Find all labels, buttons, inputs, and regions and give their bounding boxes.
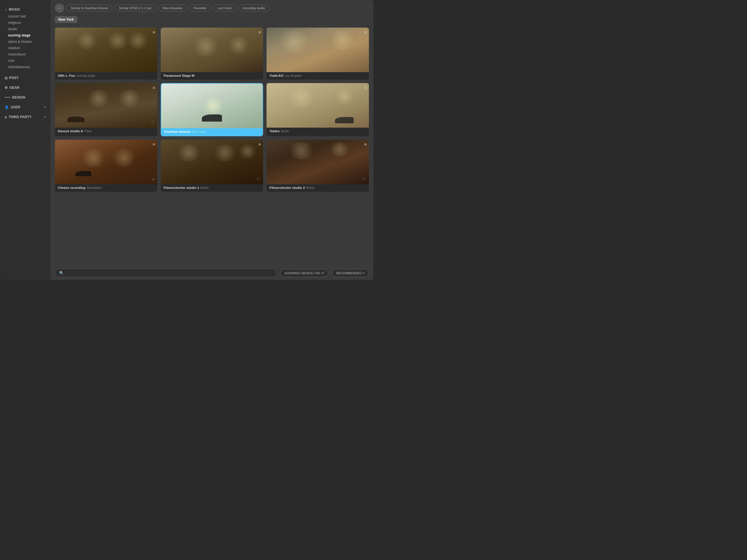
showing-default-irs-button[interactable]: SHOWING DEFAULT IRs ⇅	[280, 269, 328, 277]
sidebar-user-label: USER	[11, 105, 20, 109]
card-sub-teldex: Berlin	[281, 129, 289, 133]
card-label-paramount: Paramount Stage M	[161, 72, 263, 80]
card-heart-icon-filmo2[interactable]: ♡	[363, 177, 366, 181]
recommended-button[interactable]: RECOMMENDED ▾	[332, 269, 369, 277]
post-icon: ◎	[5, 76, 7, 80]
card-heart-icon-davout[interactable]: ♡	[151, 121, 154, 125]
filter-chip-last-used[interactable]: Last Used	[213, 5, 236, 11]
card-menu-icon-filmo2[interactable]: ≡	[364, 142, 367, 146]
user-icon: 👤	[5, 105, 9, 109]
sidebar-design-label: DESIGN	[12, 96, 25, 100]
thirdparty-arrow-icon: ▾	[44, 115, 46, 118]
sidebar-item-concert-hall[interactable]: concert hall	[0, 13, 50, 20]
card-sub-toddao: Los Angeles	[285, 74, 302, 77]
recommended-label: RECOMMENDED	[336, 271, 362, 275]
filter-bar: ← Similar to Kaufman Astoria Similar RT6…	[50, 0, 374, 15]
card-menu-icon-toddao[interactable]: ≡	[364, 30, 367, 34]
card-20thcfox[interactable]: ≡ 20th c. Fox scoring stage	[55, 28, 157, 80]
grid-scroll[interactable]: ≡ 20th c. Fox scoring stage ≡ Paramo	[50, 25, 374, 266]
card-image-teldex: ≡	[266, 83, 369, 128]
card-name-20thcfox: 20th c. Fox	[58, 74, 75, 77]
card-image-clinton: ≡ ↗	[55, 140, 157, 184]
card-clinton[interactable]: ≡ ↗ Clinton recording Manhattan	[55, 140, 157, 192]
sidebar-item-studio[interactable]: studio	[0, 26, 50, 32]
card-label-teldex: Teldex Berlin	[266, 128, 369, 135]
card-label-20thcfox: 20th c. Fox scoring stage	[55, 72, 157, 80]
card-filmo2[interactable]: ≡ ♡ Filmorchester studio 2 Berlin	[266, 140, 369, 192]
card-name-paramount: Paramount Stage M	[163, 74, 195, 77]
sidebar-item-scoring-stage[interactable]: scoring stage	[0, 32, 50, 38]
filter-chip-similar-rt60[interactable]: Similar RT60 of 1.2 sec	[115, 5, 156, 11]
sidebar-item-miscellaneous[interactable]: miscellaneous	[0, 64, 50, 70]
sidebar-gear-header[interactable]: ⚙ GEAR	[0, 83, 50, 92]
card-name-filmo1: Filmorchester studio 1	[163, 186, 199, 189]
back-icon: ←	[57, 6, 61, 10]
card-label-kaufman: Kaufman Astoria New York	[161, 128, 262, 136]
sidebar-item-mausoleum[interactable]: mausoleum	[0, 51, 50, 57]
card-davout[interactable]: ≡ ♡ Davout studio A Paris	[55, 83, 157, 136]
card-sub-filmo2: Berlin	[306, 186, 314, 189]
card-paramount[interactable]: ≡ Paramount Stage M	[161, 28, 263, 80]
search-box[interactable]: 🔍	[55, 269, 277, 277]
card-name-kaufman: Kaufman Astoria	[164, 130, 190, 133]
user-arrow-icon: ▾	[44, 106, 46, 109]
sidebar-post-header[interactable]: ◎ POST	[0, 74, 50, 82]
filter-chip-similar-kaufman[interactable]: Similar to Kaufman Astoria	[67, 5, 112, 11]
card-toddao[interactable]: ≡ Todd-AO Los Angeles	[266, 28, 369, 80]
back-button[interactable]: ←	[55, 3, 64, 12]
card-filmo1[interactable]: ≡ ♡ Filmorchester studio 1 Berlin	[161, 140, 263, 192]
sidebar-thirdparty-header[interactable]: ⧖ THIRD PARTY ▾	[0, 113, 50, 121]
card-label-toddao: Todd-AO Los Angeles	[266, 72, 369, 80]
sidebar: ♫ MUSIC concert hall religious studio sc…	[0, 0, 50, 280]
sidebar-music-label: MUSIC	[9, 7, 20, 11]
card-label-davout: Davout studio A Paris	[55, 128, 157, 135]
card-name-toddao: Todd-AO	[269, 74, 283, 77]
card-name-clinton: Clinton recording	[58, 186, 85, 189]
sidebar-item-opera-theatre[interactable]: opera & theatre	[0, 38, 50, 45]
grid: ≡ 20th c. Fox scoring stage ≡ Paramo	[55, 28, 369, 192]
showing-default-irs-label: SHOWING DEFAULT IRs	[284, 271, 320, 275]
search-input[interactable]	[66, 271, 272, 275]
sidebar-user-header[interactable]: 👤 USER ▾	[0, 103, 50, 111]
card-sub-clinton: Manhattan	[87, 186, 102, 189]
card-image-filmo2: ≡ ♡	[266, 140, 369, 184]
main-content: ← Similar to Kaufman Astoria Similar RT6…	[50, 0, 374, 280]
card-heart-icon-kaufman[interactable]: ♡	[256, 121, 260, 125]
card-sub-filmo1: Berlin	[200, 186, 208, 189]
showing-arrow-icon: ⇅	[322, 272, 324, 274]
card-sub-kaufman: New York	[192, 130, 205, 133]
filter-chip-recording-studio[interactable]: recording studio	[238, 5, 269, 11]
card-name-teldex: Teldex	[269, 129, 280, 133]
card-image-kaufman: ≡ ♡	[161, 84, 262, 128]
music-icon: ♫	[5, 8, 7, 11]
card-label-filmo2: Filmorchester studio 2 Berlin	[266, 184, 369, 192]
recommended-arrow-icon: ▾	[363, 272, 365, 274]
card-menu-icon-teldex[interactable]: ≡	[364, 85, 367, 90]
card-menu-icon-filmo1[interactable]: ≡	[258, 142, 261, 146]
card-menu-icon-20thcfox[interactable]: ≡	[153, 30, 155, 34]
card-menu-icon-kaufman[interactable]: ≡	[258, 86, 260, 90]
card-kaufman[interactable]: ≡ ♡ Kaufman Astoria New York	[161, 83, 263, 136]
sidebar-post-label: POST	[9, 76, 19, 80]
bottom-bar: 🔍 SHOWING DEFAULT IRs ⇅ RECOMMENDED ▾	[50, 266, 374, 280]
card-teldex[interactable]: ≡ Teldex Berlin	[266, 83, 369, 136]
card-sub-davout: Paris	[84, 129, 92, 133]
card-menu-icon-clinton[interactable]: ≡	[153, 142, 155, 146]
third-party-icon: ⧖	[5, 115, 7, 119]
filter-chip-new-impulses[interactable]: New Impulses	[158, 5, 187, 11]
active-filter-row: New York	[50, 15, 374, 25]
filter-chip-favorites[interactable]: Favorites	[189, 5, 211, 11]
card-menu-icon-davout[interactable]: ≡	[153, 85, 155, 90]
card-extra-icon-clinton[interactable]: ↗	[152, 178, 154, 181]
card-image-filmo1: ≡ ♡	[161, 140, 263, 184]
card-label-clinton: Clinton recording Manhattan	[55, 184, 157, 192]
sidebar-item-stadium[interactable]: stadium	[0, 45, 50, 51]
sidebar-design-header[interactable]: 〰〰 DESIGN	[0, 93, 50, 102]
sidebar-item-religious[interactable]: religious	[0, 20, 50, 26]
design-icon: 〰〰	[5, 96, 10, 99]
card-heart-icon-filmo1[interactable]: ♡	[257, 177, 260, 181]
sidebar-music-header[interactable]: ♫ MUSIC	[0, 6, 50, 13]
active-filter-tag[interactable]: New York	[55, 16, 77, 23]
card-menu-icon-paramount[interactable]: ≡	[258, 30, 261, 34]
sidebar-item-club[interactable]: club	[0, 57, 50, 64]
